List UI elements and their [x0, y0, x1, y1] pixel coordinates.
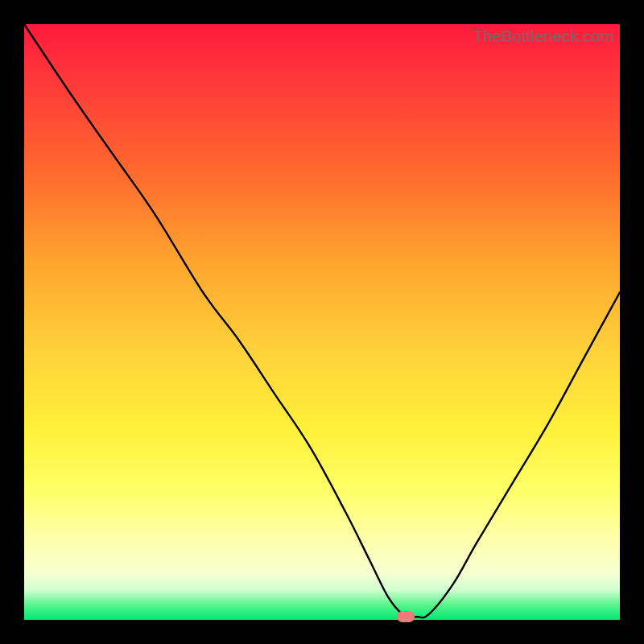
- optimum-marker: [397, 611, 415, 622]
- plot-area: TheBottleneck.com: [24, 24, 620, 620]
- chart-frame: TheBottleneck.com: [0, 0, 644, 644]
- curve-svg: [24, 24, 620, 620]
- bottleneck-curve: [24, 24, 620, 617]
